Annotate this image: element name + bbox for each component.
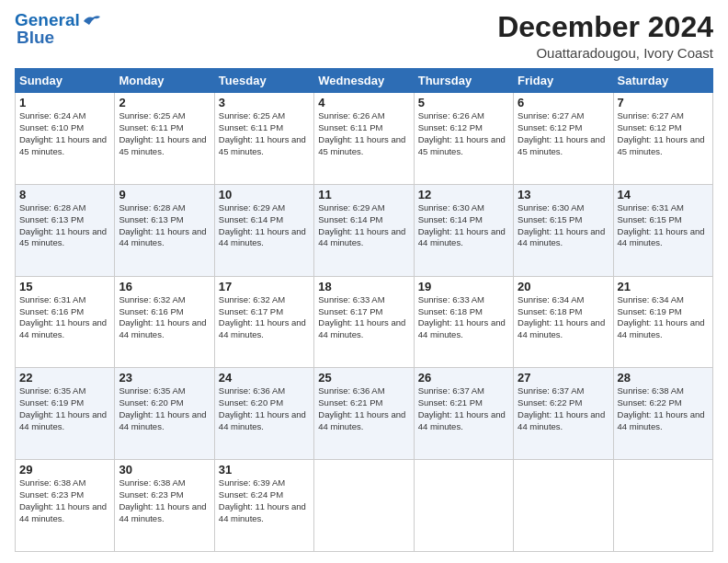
day-cell: 14Sunrise: 6:31 AMSunset: 6:15 PMDayligh… xyxy=(613,184,712,276)
logo-general: General xyxy=(15,10,80,29)
day-info: Sunrise: 6:34 AMSunset: 6:18 PMDaylight:… xyxy=(518,294,609,341)
week-row-4: 22Sunrise: 6:35 AMSunset: 6:19 PMDayligh… xyxy=(16,368,713,460)
day-info: Sunrise: 6:27 AMSunset: 6:12 PMDaylight:… xyxy=(618,110,709,157)
day-number: 10 xyxy=(219,188,310,201)
day-number: 19 xyxy=(418,280,509,293)
day-cell: 8Sunrise: 6:28 AMSunset: 6:13 PMDaylight… xyxy=(16,184,115,276)
day-cell: 16Sunrise: 6:32 AMSunset: 6:16 PMDayligh… xyxy=(115,276,214,368)
day-number: 7 xyxy=(618,96,709,109)
day-cell: 6Sunrise: 6:27 AMSunset: 6:12 PMDaylight… xyxy=(514,93,613,185)
day-cell: 27Sunrise: 6:37 AMSunset: 6:22 PMDayligh… xyxy=(514,368,613,460)
logo-bird-icon xyxy=(82,14,102,29)
day-info: Sunrise: 6:32 AMSunset: 6:16 PMDaylight:… xyxy=(119,294,210,341)
day-number: 21 xyxy=(618,280,709,293)
weekday-saturday: Saturday xyxy=(613,69,712,93)
day-number: 11 xyxy=(318,188,409,201)
day-info: Sunrise: 6:26 AMSunset: 6:12 PMDaylight:… xyxy=(418,110,509,157)
day-info: Sunrise: 6:25 AMSunset: 6:11 PMDaylight:… xyxy=(119,110,210,157)
logo-blue: Blue xyxy=(17,29,54,46)
day-number: 13 xyxy=(518,188,609,201)
calendar-body: 1Sunrise: 6:24 AMSunset: 6:10 PMDaylight… xyxy=(16,93,713,552)
page: General Blue December 2024 Ouattaradougo… xyxy=(0,0,728,563)
day-number: 29 xyxy=(19,463,110,477)
calendar-table: SundayMondayTuesdayWednesdayThursdayFrid… xyxy=(15,68,713,552)
day-number: 9 xyxy=(119,188,210,201)
day-info: Sunrise: 6:35 AMSunset: 6:20 PMDaylight:… xyxy=(119,385,210,432)
day-info: Sunrise: 6:29 AMSunset: 6:14 PMDaylight:… xyxy=(219,202,310,249)
day-info: Sunrise: 6:28 AMSunset: 6:13 PMDaylight:… xyxy=(119,202,210,249)
day-cell xyxy=(514,460,613,552)
day-cell: 2Sunrise: 6:25 AMSunset: 6:11 PMDaylight… xyxy=(115,93,214,185)
day-cell: 10Sunrise: 6:29 AMSunset: 6:14 PMDayligh… xyxy=(214,184,313,276)
day-info: Sunrise: 6:37 AMSunset: 6:21 PMDaylight:… xyxy=(418,385,509,432)
day-number: 5 xyxy=(418,96,509,109)
day-cell: 22Sunrise: 6:35 AMSunset: 6:19 PMDayligh… xyxy=(16,368,115,460)
week-row-2: 8Sunrise: 6:28 AMSunset: 6:13 PMDaylight… xyxy=(16,184,713,276)
day-cell: 17Sunrise: 6:32 AMSunset: 6:17 PMDayligh… xyxy=(214,276,313,368)
day-cell xyxy=(613,460,712,552)
day-number: 3 xyxy=(219,96,310,109)
weekday-thursday: Thursday xyxy=(414,69,513,93)
day-number: 22 xyxy=(19,371,110,385)
day-info: Sunrise: 6:38 AMSunset: 6:23 PMDaylight:… xyxy=(19,477,110,524)
day-cell: 13Sunrise: 6:30 AMSunset: 6:15 PMDayligh… xyxy=(514,184,613,276)
day-number: 25 xyxy=(318,371,409,385)
day-cell: 24Sunrise: 6:36 AMSunset: 6:20 PMDayligh… xyxy=(214,368,313,460)
day-info: Sunrise: 6:37 AMSunset: 6:22 PMDaylight:… xyxy=(518,385,609,432)
day-cell: 18Sunrise: 6:33 AMSunset: 6:17 PMDayligh… xyxy=(314,276,414,368)
day-cell: 21Sunrise: 6:34 AMSunset: 6:19 PMDayligh… xyxy=(613,276,712,368)
day-info: Sunrise: 6:38 AMSunset: 6:22 PMDaylight:… xyxy=(618,385,709,432)
day-cell: 15Sunrise: 6:31 AMSunset: 6:16 PMDayligh… xyxy=(16,276,115,368)
week-row-1: 1Sunrise: 6:24 AMSunset: 6:10 PMDaylight… xyxy=(16,93,713,185)
day-number: 2 xyxy=(119,96,210,109)
day-cell: 4Sunrise: 6:26 AMSunset: 6:11 PMDaylight… xyxy=(314,93,414,185)
logo: General Blue xyxy=(15,11,102,46)
location: Ouattaradougou, Ivory Coast xyxy=(497,45,713,61)
day-number: 1 xyxy=(19,96,110,109)
weekday-sunday: Sunday xyxy=(16,69,115,93)
day-number: 26 xyxy=(418,371,509,385)
day-number: 17 xyxy=(219,280,310,293)
day-number: 24 xyxy=(219,371,310,385)
day-cell: 25Sunrise: 6:36 AMSunset: 6:21 PMDayligh… xyxy=(314,368,414,460)
title-block: December 2024 Ouattaradougou, Ivory Coas… xyxy=(497,11,713,61)
day-number: 18 xyxy=(318,280,409,293)
day-info: Sunrise: 6:28 AMSunset: 6:13 PMDaylight:… xyxy=(19,202,110,249)
day-info: Sunrise: 6:33 AMSunset: 6:17 PMDaylight:… xyxy=(318,294,409,341)
day-number: 23 xyxy=(119,371,210,385)
day-cell xyxy=(314,460,414,552)
day-number: 28 xyxy=(618,371,709,385)
day-number: 4 xyxy=(318,96,409,109)
day-cell: 5Sunrise: 6:26 AMSunset: 6:12 PMDaylight… xyxy=(414,93,513,185)
day-cell: 7Sunrise: 6:27 AMSunset: 6:12 PMDaylight… xyxy=(613,93,712,185)
day-info: Sunrise: 6:34 AMSunset: 6:19 PMDaylight:… xyxy=(618,294,709,341)
day-cell: 31Sunrise: 6:39 AMSunset: 6:24 PMDayligh… xyxy=(214,460,313,552)
day-cell: 9Sunrise: 6:28 AMSunset: 6:13 PMDaylight… xyxy=(115,184,214,276)
day-info: Sunrise: 6:31 AMSunset: 6:16 PMDaylight:… xyxy=(19,294,110,341)
day-number: 14 xyxy=(618,188,709,201)
day-info: Sunrise: 6:31 AMSunset: 6:15 PMDaylight:… xyxy=(618,202,709,249)
week-row-3: 15Sunrise: 6:31 AMSunset: 6:16 PMDayligh… xyxy=(16,276,713,368)
weekday-tuesday: Tuesday xyxy=(214,69,313,93)
day-cell: 30Sunrise: 6:38 AMSunset: 6:23 PMDayligh… xyxy=(115,460,214,552)
day-cell: 12Sunrise: 6:30 AMSunset: 6:14 PMDayligh… xyxy=(414,184,513,276)
day-info: Sunrise: 6:30 AMSunset: 6:15 PMDaylight:… xyxy=(518,202,609,249)
day-cell: 1Sunrise: 6:24 AMSunset: 6:10 PMDaylight… xyxy=(16,93,115,185)
day-info: Sunrise: 6:30 AMSunset: 6:14 PMDaylight:… xyxy=(418,202,509,249)
day-info: Sunrise: 6:38 AMSunset: 6:23 PMDaylight:… xyxy=(119,477,210,524)
day-info: Sunrise: 6:39 AMSunset: 6:24 PMDaylight:… xyxy=(219,477,310,524)
day-info: Sunrise: 6:26 AMSunset: 6:11 PMDaylight:… xyxy=(318,110,409,157)
day-number: 27 xyxy=(518,371,609,385)
day-cell xyxy=(414,460,513,552)
day-number: 15 xyxy=(19,280,110,293)
day-number: 12 xyxy=(418,188,509,201)
day-info: Sunrise: 6:27 AMSunset: 6:12 PMDaylight:… xyxy=(518,110,609,157)
weekday-wednesday: Wednesday xyxy=(314,69,414,93)
week-row-5: 29Sunrise: 6:38 AMSunset: 6:23 PMDayligh… xyxy=(16,460,713,552)
day-cell: 29Sunrise: 6:38 AMSunset: 6:23 PMDayligh… xyxy=(16,460,115,552)
day-info: Sunrise: 6:36 AMSunset: 6:20 PMDaylight:… xyxy=(219,385,310,432)
day-info: Sunrise: 6:29 AMSunset: 6:14 PMDaylight:… xyxy=(318,202,409,249)
day-cell: 20Sunrise: 6:34 AMSunset: 6:18 PMDayligh… xyxy=(514,276,613,368)
day-cell: 11Sunrise: 6:29 AMSunset: 6:14 PMDayligh… xyxy=(314,184,414,276)
day-number: 6 xyxy=(518,96,609,109)
